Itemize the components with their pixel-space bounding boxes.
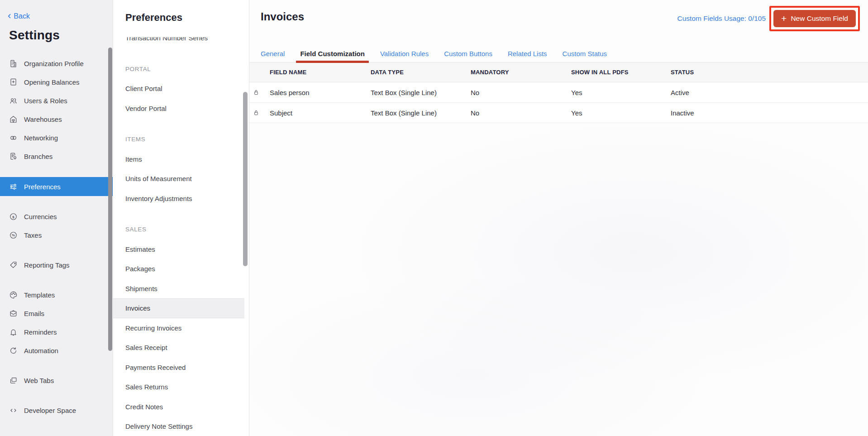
pref-item-label: Estimates [125,245,155,253]
svg-text:%: % [12,233,15,237]
windows-icon [9,376,18,385]
pref-item-credit-notes[interactable]: Credit Notes [113,397,249,417]
new-custom-field-button[interactable]: + New Custom Field [773,10,856,27]
branch-document-icon [9,152,18,161]
settings-sidebar: ‹ Back Settings Organization Profile Ope… [0,0,113,436]
pref-item-units-of-measurement[interactable]: Units of Measurement [113,169,249,189]
sidebar-item-users-roles[interactable]: Users & Roles [0,91,113,110]
column-header: FIELD NAME [270,69,371,76]
pref-item-packages[interactable]: Packages [113,259,249,279]
document-plus-icon [9,78,18,86]
pref-item-client-portal[interactable]: Client Portal [113,79,249,99]
back-label: Back [14,12,30,20]
pref-item-label: Payments Received [125,364,186,371]
pref-item-inventory-adjustments[interactable]: Inventory Adjustments [113,189,249,209]
linked-circles-icon [9,134,18,142]
pref-item-label: Client Portal [125,85,162,92]
sidebar-item-label: Preferences [24,183,61,191]
sidebar-item-opening-balances[interactable]: Opening Balances [0,73,113,91]
cell-mandatory: No [471,109,571,117]
annotation-highlight-box: + New Custom Field [769,6,860,31]
section-heading-portal: PORTAL [113,59,249,79]
cell-show-in-all-pdfs: Yes [571,89,671,96]
custom-fields-table: FIELD NAME DATA TYPE MANDATORY SHOW IN A… [249,62,868,123]
sidebar-item-label: Networking [24,134,58,142]
sidebar-item-web-tabs[interactable]: Web Tabs [0,371,113,390]
pref-item-delivery-note-settings[interactable]: Delivery Note Settings [113,417,249,436]
pref-item-label: Delivery Note Settings [125,422,192,430]
table-row[interactable]: Sales person Text Box (Single Line) No Y… [249,82,868,103]
main-title: Invoices [261,10,304,23]
users-icon [9,96,18,105]
preferences-panel: Preferences Transaction Number Series PO… [113,0,249,436]
sidebar-item-developer-space[interactable]: Developer Space [0,401,113,420]
warehouse-icon [9,115,18,124]
pref-item-invoices[interactable]: Invoices [113,298,244,318]
pref-item-label: Units of Measurement [125,175,192,182]
dollar-circle-icon: $ [9,212,18,221]
tab-validation-rules[interactable]: Validation Rules [379,45,429,62]
pref-item-shipments[interactable]: Shipments [113,279,249,299]
preferences-list: Transaction Number Series PORTAL Client … [113,28,249,436]
percent-circle-icon: % [9,231,18,240]
tab-custom-status[interactable]: Custom Status [562,45,608,62]
sidebar-scrollbar[interactable] [108,48,112,351]
pref-item-label: Sales Receipt [125,344,167,351]
sidebar-item-label: Reporting Tags [24,261,70,269]
sidebar-item-templates[interactable]: Templates [0,286,113,304]
back-chevron-icon: ‹ [8,13,11,19]
lock-icon [249,89,270,96]
section-heading-items: ITEMS [113,129,249,149]
pref-item-sales-returns[interactable]: Sales Returns [113,377,249,397]
preferences-scrollbar[interactable] [243,92,248,266]
sidebar-item-reminders[interactable]: Reminders [0,323,113,341]
tab-general[interactable]: General [260,45,286,62]
tab-field-customization[interactable]: Field Customization [299,45,366,62]
panel-title: Preferences [125,12,182,24]
pref-item-sales-receipt[interactable]: Sales Receipt [113,338,249,358]
pref-item-label: Transaction Number Series [125,34,208,42]
cell-data-type: Text Box (Single Line) [371,109,471,117]
sidebar-item-label: Web Tabs [24,377,54,384]
sidebar-item-label: Users & Roles [24,97,67,105]
cell-field-name: Subject [270,109,371,117]
sidebar-item-label: Organization Profile [24,60,84,67]
column-header: MANDATORY [471,69,571,76]
pref-item-label: Shipments [125,285,157,292]
sidebar-item-label: Branches [24,153,52,160]
pref-item-vendor-portal[interactable]: Vendor Portal [113,99,249,119]
sidebar-item-taxes[interactable]: % Taxes [0,226,113,244]
lock-icon [249,109,270,116]
pref-item-items[interactable]: Items [113,149,249,169]
sidebar-item-automation[interactable]: Automation [0,341,113,360]
pref-item-transaction-number-series[interactable]: Transaction Number Series [113,28,249,48]
envelope-icon [9,309,18,318]
sidebar-item-reporting-tags[interactable]: Reporting Tags [0,256,113,274]
tab-related-lists[interactable]: Related Lists [507,45,548,62]
sidebar-item-label: Emails [24,310,44,317]
cell-status: Active [671,89,868,96]
sidebar-item-organization-profile[interactable]: Organization Profile [0,54,113,73]
pref-item-label: Packages [125,265,155,273]
pref-item-estimates[interactable]: Estimates [113,240,249,259]
page-title: Settings [9,28,60,43]
sidebar-item-preferences[interactable]: Preferences [0,177,113,196]
pref-item-label: Inventory Adjustments [125,195,192,202]
sidebar-item-label: Currencies [24,213,57,220]
sidebar-item-label: Reminders [24,328,57,336]
sidebar-item-networking[interactable]: Networking [0,129,113,147]
pref-item-payments-received[interactable]: Payments Received [113,358,249,378]
custom-fields-usage-link[interactable]: Custom Fields Usage: 0/105 [677,14,766,23]
table-row[interactable]: Subject Text Box (Single Line) No Yes In… [249,103,868,123]
back-link[interactable]: ‹ Back [8,12,30,20]
refresh-icon [9,346,18,355]
new-custom-field-label: New Custom Field [791,14,848,23]
sidebar-item-emails[interactable]: Emails [0,304,113,323]
pref-item-recurring-invoices[interactable]: Recurring Invoices [113,318,249,338]
main-header: Invoices Custom Fields Usage: 0/105 + Ne… [249,0,868,45]
tab-custom-buttons[interactable]: Custom Buttons [443,45,493,62]
pref-item-label: Credit Notes [125,403,163,411]
sidebar-item-branches[interactable]: Branches [0,147,113,166]
sidebar-item-currencies[interactable]: $ Currencies [0,207,113,226]
sidebar-item-warehouses[interactable]: Warehouses [0,110,113,129]
